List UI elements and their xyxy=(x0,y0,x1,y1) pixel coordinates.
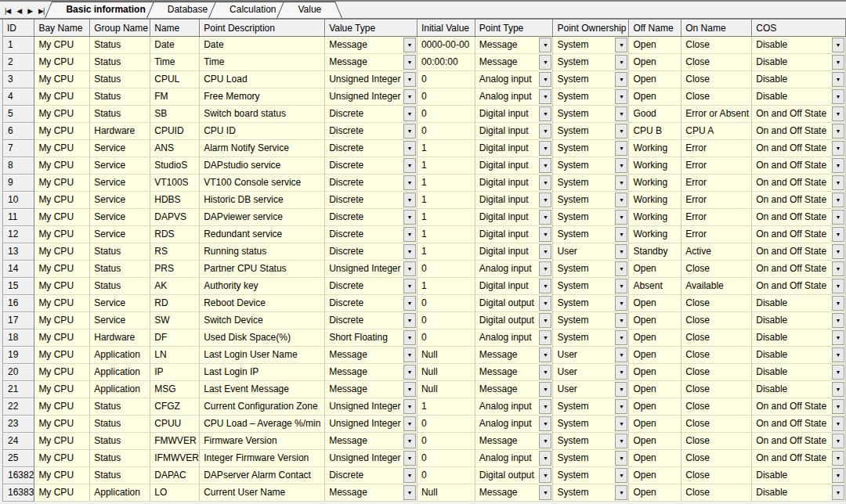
cell-on[interactable]: Close xyxy=(682,88,752,106)
cos-dropdown-button[interactable]: ▼ xyxy=(832,193,844,207)
value_type-dropdown-button[interactable]: ▼ xyxy=(403,158,416,173)
cell-on[interactable]: Close xyxy=(682,364,752,381)
cell-ownership[interactable]: User▼ xyxy=(553,381,629,398)
row-header-cell[interactable]: 17 xyxy=(3,312,34,329)
cell-name[interactable]: DAPVS xyxy=(150,209,200,226)
cell-bay[interactable]: My CPU xyxy=(34,175,90,192)
cell-value_type[interactable]: Discrete▼ xyxy=(325,312,418,329)
cell-on[interactable]: Close xyxy=(682,261,752,278)
cell-value_type[interactable]: Unsigned Integer▼ xyxy=(325,450,418,467)
cell-group[interactable]: Service xyxy=(90,209,150,226)
cell-cos[interactable]: On and Off State▼ xyxy=(752,243,846,261)
row-header-cell[interactable]: 25 xyxy=(3,450,34,467)
cell-initial[interactable]: 0 xyxy=(418,123,475,140)
row-header-cell[interactable]: 10 xyxy=(3,192,34,209)
cell-ownership[interactable]: System▼ xyxy=(553,71,629,88)
cell-bay[interactable]: My CPU xyxy=(34,364,90,381)
cell-point_type[interactable]: Digital input▼ xyxy=(475,209,554,226)
cell-bay[interactable]: My CPU xyxy=(34,433,90,450)
cell-cos[interactable]: Disable▼ xyxy=(752,88,846,106)
cell-on[interactable]: Close xyxy=(682,381,752,398)
value_type-dropdown-button[interactable]: ▼ xyxy=(403,451,416,466)
ownership-dropdown-button[interactable]: ▼ xyxy=(615,279,627,293)
cell-point_type[interactable]: Digital input▼ xyxy=(475,140,554,157)
cos-dropdown-button[interactable]: ▼ xyxy=(832,72,844,87)
point_type-dropdown-button[interactable]: ▼ xyxy=(539,261,551,276)
cell-value_type[interactable]: Discrete▼ xyxy=(325,175,418,192)
ownership-dropdown-button[interactable]: ▼ xyxy=(615,89,627,104)
value_type-dropdown-button[interactable]: ▼ xyxy=(403,399,416,414)
cell-cos[interactable]: On and Off State▼ xyxy=(752,175,846,192)
cell-cos[interactable]: Disable▼ xyxy=(752,347,846,364)
ownership-dropdown-button[interactable]: ▼ xyxy=(615,210,627,225)
cell-initial[interactable]: 1 xyxy=(418,398,475,416)
cell-on[interactable]: Close xyxy=(682,398,752,416)
cell-ownership[interactable]: User▼ xyxy=(553,347,629,364)
row-header-cell[interactable]: 19 xyxy=(3,347,34,364)
cos-dropdown-button[interactable]: ▼ xyxy=(832,399,844,414)
cell-on[interactable]: Error xyxy=(682,175,752,192)
cell-name[interactable]: SB xyxy=(150,106,200,123)
cell-value_type[interactable]: Message▼ xyxy=(325,54,418,71)
cell-name[interactable]: HDBS xyxy=(150,192,200,209)
cell-initial[interactable]: Null xyxy=(418,364,475,381)
value_type-dropdown-button[interactable]: ▼ xyxy=(403,89,416,104)
cell-off[interactable]: Working xyxy=(629,140,682,157)
cell-value_type[interactable]: Discrete▼ xyxy=(325,226,418,243)
ownership-dropdown-button[interactable]: ▼ xyxy=(615,158,627,173)
cell-bay[interactable]: My CPU xyxy=(34,450,90,467)
column-header-point_type[interactable]: Point Type xyxy=(475,20,554,37)
cell-ownership[interactable]: System▼ xyxy=(553,140,629,157)
cell-value_type[interactable]: Unsigned Integer▼ xyxy=(325,261,418,278)
cell-cos[interactable]: On and Off State▼ xyxy=(752,398,846,416)
cell-ownership[interactable]: System▼ xyxy=(553,295,629,312)
row-header-cell[interactable]: 8 xyxy=(3,157,34,175)
cell-cos[interactable]: On and Off State▼ xyxy=(752,433,846,450)
cos-dropdown-button[interactable]: ▼ xyxy=(832,296,844,311)
cell-name[interactable]: AK xyxy=(150,278,200,295)
cell-desc[interactable]: CPU Load xyxy=(200,71,325,88)
cell-group[interactable]: Hardware xyxy=(90,123,150,140)
column-header-group[interactable]: Group Name xyxy=(90,20,150,37)
cell-on[interactable]: Close xyxy=(682,71,752,88)
cell-point_type[interactable]: Digital output▼ xyxy=(475,467,554,484)
cell-initial[interactable]: 1 xyxy=(418,140,475,157)
ownership-dropdown-button[interactable]: ▼ xyxy=(615,330,627,345)
point_type-dropdown-button[interactable]: ▼ xyxy=(539,55,551,70)
cell-name[interactable]: IP xyxy=(150,364,200,381)
point_type-dropdown-button[interactable]: ▼ xyxy=(539,158,551,173)
row-header-cell[interactable]: 13 xyxy=(3,243,34,261)
cos-dropdown-button[interactable]: ▼ xyxy=(832,261,844,276)
row-header-cell[interactable]: 16382 xyxy=(3,467,34,484)
point_type-dropdown-button[interactable]: ▼ xyxy=(539,399,551,414)
cell-bay[interactable]: My CPU xyxy=(34,381,90,398)
cell-bay[interactable]: My CPU xyxy=(34,123,90,140)
cell-off[interactable]: Good xyxy=(629,106,682,123)
cell-bay[interactable]: My CPU xyxy=(34,88,90,106)
cell-ownership[interactable]: System▼ xyxy=(553,209,629,226)
cell-group[interactable]: Application xyxy=(90,484,150,502)
column-header-bay[interactable]: Bay Name xyxy=(34,20,90,37)
value_type-dropdown-button[interactable]: ▼ xyxy=(403,416,416,431)
cell-off[interactable]: Open xyxy=(629,37,682,54)
value_type-dropdown-button[interactable]: ▼ xyxy=(403,55,416,70)
ownership-dropdown-button[interactable]: ▼ xyxy=(615,347,627,362)
cell-desc[interactable]: Reboot Device xyxy=(200,295,325,312)
cell-ownership[interactable]: System▼ xyxy=(553,261,629,278)
cell-cos[interactable]: Disable▼ xyxy=(752,484,846,502)
cell-off[interactable]: Open xyxy=(629,312,682,329)
cell-initial[interactable]: 0 xyxy=(418,450,475,467)
cell-point_type[interactable]: Message▼ xyxy=(475,484,554,502)
cell-value_type[interactable]: Message▼ xyxy=(325,484,418,502)
cell-off[interactable]: Working xyxy=(629,175,682,192)
cell-name[interactable]: Date xyxy=(150,37,200,54)
ownership-dropdown-button[interactable]: ▼ xyxy=(615,313,627,328)
cell-name[interactable]: FMWVER xyxy=(150,433,200,450)
cell-ownership[interactable]: System▼ xyxy=(553,416,629,433)
tab-scroll-last-button[interactable]: ▶| xyxy=(38,7,44,15)
point_type-dropdown-button[interactable]: ▼ xyxy=(539,227,551,242)
value_type-dropdown-button[interactable]: ▼ xyxy=(403,365,416,380)
tab-scroll-next-button[interactable]: ▶ xyxy=(27,7,32,15)
cell-value_type[interactable]: Unsigned Integer▼ xyxy=(325,71,418,88)
cos-dropdown-button[interactable]: ▼ xyxy=(832,175,844,190)
